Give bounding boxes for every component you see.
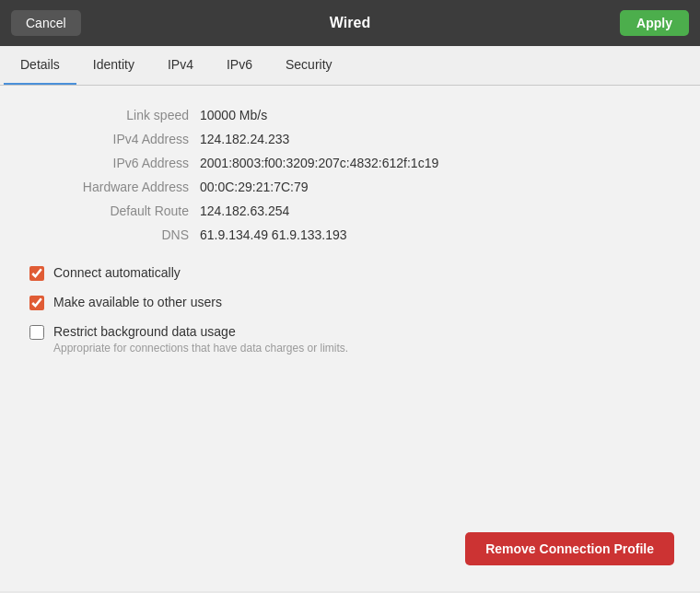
restrict-bg-sublabel: Appropriate for connections that have da… (53, 342, 348, 355)
restrict-bg-checkbox[interactable] (29, 325, 44, 340)
apply-button[interactable]: Apply (620, 10, 689, 36)
info-row-ipv4: IPv4 Address 124.182.24.233 (29, 132, 671, 146)
connect-auto-label[interactable]: Connect automatically (53, 265, 181, 280)
restrict-bg-label[interactable]: Restrict background data usage (53, 324, 236, 339)
content-area: Link speed 10000 Mb/s IPv4 Address 124.1… (0, 86, 700, 591)
titlebar-title: Wired (330, 15, 370, 31)
value-hardware: 00:0C:29:21:7C:79 (200, 180, 309, 194)
titlebar: Cancel Wired Apply (0, 0, 700, 46)
remove-connection-button[interactable]: Remove Connection Profile (465, 532, 674, 565)
tab-details[interactable]: Details (4, 46, 76, 85)
value-default-route: 124.182.63.254 (200, 203, 289, 218)
make-available-label[interactable]: Make available to other users (53, 295, 222, 309)
tab-ipv4[interactable]: IPv4 (151, 46, 210, 85)
checkbox-make-available-row: Make available to other users (29, 294, 671, 310)
info-row-hardware: Hardware Address 00:0C:29:21:7C:79 (29, 180, 671, 194)
tab-ipv6[interactable]: IPv6 (210, 46, 269, 85)
tab-security[interactable]: Security (269, 46, 349, 85)
connect-auto-checkbox[interactable] (29, 266, 44, 281)
tab-identity[interactable]: Identity (76, 46, 151, 85)
make-available-checkbox[interactable] (29, 296, 44, 310)
label-link-speed: Link speed (29, 108, 200, 122)
tab-bar: Details Identity IPv4 IPv6 Security (0, 46, 700, 86)
info-row-link-speed: Link speed 10000 Mb/s (29, 108, 671, 122)
checkbox-connect-auto-row: Connect automatically (29, 264, 671, 281)
cancel-button[interactable]: Cancel (11, 10, 81, 36)
label-dns: DNS (29, 227, 200, 242)
value-ipv4: 124.182.24.233 (200, 132, 289, 146)
checkbox-restrict-bg-row: Restrict background data usage Appropria… (29, 323, 671, 355)
checkbox-section: Connect automatically Make available to … (29, 264, 671, 355)
label-ipv6: IPv6 Address (29, 156, 200, 170)
value-dns: 61.9.134.49 61.9.133.193 (200, 227, 347, 242)
value-link-speed: 10000 Mb/s (200, 108, 267, 122)
info-row-dns: DNS 61.9.134.49 61.9.133.193 (29, 227, 671, 242)
info-row-default-route: Default Route 124.182.63.254 (29, 203, 671, 218)
label-ipv4: IPv4 Address (29, 132, 200, 146)
label-hardware: Hardware Address (29, 180, 200, 194)
label-default-route: Default Route (29, 203, 200, 218)
value-ipv6: 2001:8003:f00:3209:207c:4832:612f:1c19 (200, 156, 438, 170)
info-row-ipv6: IPv6 Address 2001:8003:f00:3209:207c:483… (29, 156, 671, 170)
info-table: Link speed 10000 Mb/s IPv4 Address 124.1… (29, 108, 671, 242)
